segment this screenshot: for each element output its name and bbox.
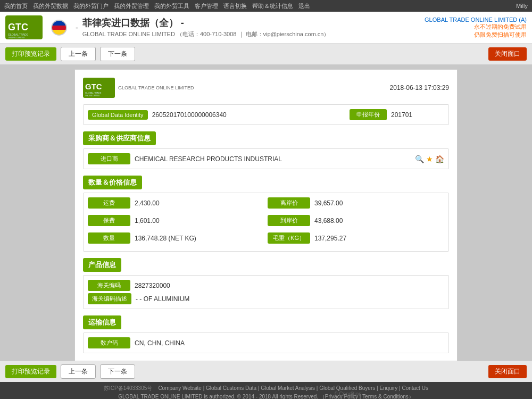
bottom-prev-button[interactable]: 上一条 — [61, 364, 96, 379]
hs-code-label: 海关编码 — [88, 280, 130, 291]
quantity-row: 数量 136,748.28 (NET KG) — [88, 232, 264, 244]
bottom-next-button[interactable]: 下一条 — [100, 364, 135, 379]
company-info: GLOBAL TRADE ONLINE LIMITED （电话：400-710-… — [82, 30, 330, 38]
global-identity-value: 260520170100000006340 — [152, 111, 350, 119]
star-icon[interactable]: ★ — [426, 155, 433, 163]
quantity-label: 数量 — [88, 232, 130, 244]
svg-text:GLOBAL TRADE: GLOBAL TRADE — [85, 92, 102, 94]
bottom-close-button[interactable]: 关闭面口 — [488, 365, 527, 378]
country-flag-icon — [51, 20, 67, 36]
logo: GTC GLOBAL TRADE ONLINE LIMITED — [5, 15, 43, 39]
insurance-row: 保费 1,601.00 — [88, 215, 264, 226]
hs-code-value: 2827320000 — [135, 282, 444, 289]
freight-label: 运费 — [88, 197, 130, 209]
freight-value: 2,430.00 — [135, 200, 264, 207]
importer-icons: 🔍 ★ 🏠 — [415, 155, 444, 163]
gross-weight-value: 137,295.27 — [314, 235, 444, 242]
detail-card: GTC GLOBAL TRADE ONLINE LIMITED GLOBAL T… — [74, 69, 458, 361]
gross-weight-row: 毛重（KG） 137,295.27 — [268, 232, 444, 244]
declaration-year-value: 201701 — [391, 111, 444, 119]
footer-company-website[interactable]: Company Website — [158, 385, 202, 391]
nav-language[interactable]: 语言切换 — [223, 2, 247, 10]
page-header: GTC GLOBAL TRADE ONLINE LIMITED - 菲律宾进口数… — [0, 12, 532, 44]
importer-label: 进口商 — [88, 153, 130, 164]
bottom-print-button[interactable]: 打印预览记录 — [5, 365, 56, 378]
svg-text:ONLINE LIMITED: ONLINE LIMITED — [85, 95, 100, 97]
global-identity-label: Global Data Identity — [88, 110, 148, 120]
footer-copyright: GLOBAL TRADE ONLINE LIMITED is authorize… — [2, 393, 530, 399]
next-button[interactable]: 下一条 — [100, 47, 135, 61]
hs-desc-value: - - OF ALUMINIUM — [136, 295, 444, 303]
buyer-supplier-header: 采购商＆供应商信息 — [83, 131, 156, 145]
cif-label: 到岸价 — [268, 215, 310, 226]
username: Milly — [516, 3, 528, 9]
card-logo-icon: GTC GLOBAL TRADE ONLINE LIMITED — [83, 78, 115, 98]
footer-enquiry[interactable]: Enquiry — [379, 385, 397, 391]
page-footer: 苏ICP备14033305号 Company Website | Global … — [0, 382, 532, 399]
hs-desc-row: 海关编码描述 - - OF ALUMINIUM — [88, 293, 444, 304]
gross-weight-label: 毛重（KG） — [268, 232, 310, 244]
home-icon[interactable]: 🏠 — [435, 155, 444, 163]
fob-label: 离岸价 — [268, 197, 310, 209]
insurance-value: 1,601.00 — [135, 217, 264, 225]
condition-badge: 0 Condition — [335, 391, 362, 397]
gtc-logo-icon: GTC GLOBAL TRADE ONLINE LIMITED — [5, 15, 43, 39]
footer-market-analysis[interactable]: Global Market Analysis — [261, 385, 315, 391]
quantity-price-grid: 运费 2,430.00 离岸价 39,657.00 保费 1,601.00 到岸… — [88, 197, 444, 247]
nav-logout[interactable]: 退出 — [298, 2, 310, 10]
nav-home[interactable]: 我的首页 — [4, 2, 28, 10]
quantity-price-body: 运费 2,430.00 离岸价 39,657.00 保费 1,601.00 到岸… — [83, 193, 449, 252]
importer-value: CHEMICAL RESEARCH PRODUCTS INDUSTRIAL — [135, 155, 411, 163]
transport-header: 运输信息 — [83, 315, 121, 329]
brand-name: GLOBAL TRADE ONLINE LIMITED (A) — [425, 16, 527, 23]
footer-contact[interactable]: Contact Us — [402, 385, 428, 391]
svg-text:ONLINE LIMITED: ONLINE LIMITED — [8, 36, 25, 39]
footer-customs-data[interactable]: Global Customs Data — [206, 385, 256, 391]
page-title: 菲律宾进口数据（全） - — [82, 16, 330, 29]
importer-row: 进口商 CHEMICAL RESEARCH PRODUCTS INDUSTRIA… — [88, 153, 444, 164]
prev-button[interactable]: 上一条 — [61, 47, 96, 61]
quantity-price-section: 数量＆价格信息 运费 2,430.00 离岸价 39,657.00 保费 1,6… — [83, 176, 449, 252]
nav-trade-data[interactable]: 我的外贸数据 — [33, 2, 68, 10]
quantity-value: 136,748.28 (NET KG) — [135, 235, 264, 242]
top-toolbar: 打印预览记录 上一条 下一条 关闭面口 — [0, 44, 532, 65]
nav-trade-tools[interactable]: 我的外贸工具 — [154, 2, 189, 10]
global-identity-row: Global Data Identity 2605201701000000063… — [88, 109, 444, 120]
footer-qualified-buyers[interactable]: Global Qualified Buyers — [319, 385, 375, 391]
flag-separator: - — [76, 23, 78, 32]
hs-desc-label: 海关编码描述 — [88, 293, 131, 304]
cif-row: 到岸价 43,688.00 — [268, 215, 444, 226]
cif-value: 43,688.00 — [314, 217, 444, 225]
origin-value: CN, CHN, CHINA — [135, 339, 444, 347]
insurance-label: 保费 — [88, 215, 130, 226]
card-header: GTC GLOBAL TRADE ONLINE LIMITED GLOBAL T… — [83, 78, 449, 98]
footer-links: 苏ICP备14033305号 Company Website | Global … — [2, 385, 530, 392]
identity-section-body: Global Data Identity 2605201701000000063… — [83, 104, 449, 125]
svg-text:GTC: GTC — [85, 82, 102, 91]
trial-text: 永不过期的免费试用 — [425, 23, 527, 31]
origin-row: 数户码 CN, CHN, CHINA — [88, 337, 444, 348]
logo-area: GTC GLOBAL TRADE ONLINE LIMITED - 菲律宾进口数… — [5, 15, 329, 39]
nav-trade-manage[interactable]: 我的外贸管理 — [114, 2, 149, 10]
search-icon[interactable]: 🔍 — [415, 155, 424, 163]
print-button[interactable]: 打印预览记录 — [5, 47, 56, 61]
product-header: 产品信息 — [83, 258, 121, 272]
trial-sub: 仍限免费扫描可使用 — [425, 31, 527, 39]
svg-text:GTC: GTC — [8, 22, 28, 32]
bottom-toolbar: 打印预览记录 上一条 下一条 关闭面口 — [0, 361, 532, 382]
nav-trade-portal[interactable]: 我的外贸门户 — [73, 2, 109, 10]
nav-help[interactable]: 帮助＆统计信息 — [252, 2, 293, 10]
hs-code-row: 海关编码 2827320000 — [88, 280, 444, 291]
top-navigation: 我的首页 我的外贸数据 我的外贸门户 我的外贸管理 我的外贸工具 客户管理 语言… — [0, 0, 532, 12]
buyer-supplier-section: 采购商＆供应商信息 进口商 CHEMICAL RESEARCH PRODUCTS… — [83, 131, 449, 169]
nav-customer[interactable]: 客户管理 — [195, 2, 218, 10]
origin-label: 数户码 — [88, 337, 130, 348]
buyer-supplier-body: 进口商 CHEMICAL RESEARCH PRODUCTS INDUSTRIA… — [83, 148, 449, 169]
transport-section: 运输信息 数户码 CN, CHN, CHINA — [83, 315, 449, 353]
close-button[interactable]: 关闭面口 — [488, 47, 527, 61]
card-logo-text: GLOBAL TRADE ONLINE LIMITED — [118, 85, 194, 90]
transport-body: 数户码 CN, CHN, CHINA — [83, 332, 449, 353]
freight-row: 运费 2,430.00 — [88, 197, 264, 209]
quantity-price-header: 数量＆价格信息 — [83, 176, 142, 189]
product-body: 海关编码 2827320000 海关编码描述 - - OF ALUMINIUM — [83, 275, 449, 309]
